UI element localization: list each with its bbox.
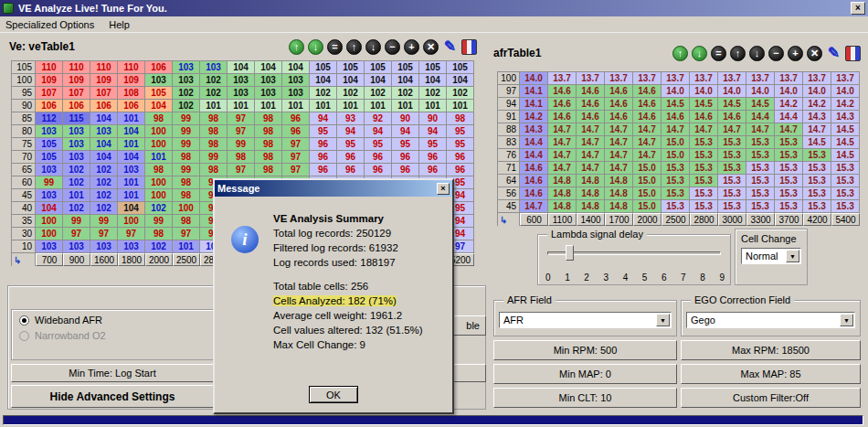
table-cell[interactable]: 101 (365, 100, 392, 112)
table-cell[interactable]: 14.3 (803, 111, 831, 123)
table-cell[interactable]: 14.1 (520, 98, 548, 111)
table-cell[interactable]: 93 (337, 112, 365, 125)
table-cell[interactable]: 97 (173, 228, 200, 240)
table-cell[interactable]: 103 (63, 240, 90, 253)
table-cell[interactable]: 95 (365, 138, 392, 151)
table-cell[interactable]: 104 (228, 61, 255, 74)
table-cell[interactable]: 95 (447, 125, 474, 138)
table-cell[interactable]: 13.7 (605, 72, 633, 85)
table-cell[interactable]: 101 (118, 112, 145, 125)
table-cell[interactable]: 105 (365, 61, 392, 74)
table-cell[interactable]: 13.7 (577, 72, 605, 85)
table-cell[interactable]: 14.6 (605, 98, 633, 111)
table-cell[interactable]: 95 (447, 138, 474, 151)
table-cell[interactable]: 96 (310, 164, 337, 176)
min-clt-button[interactable]: Min CLT: 10 (493, 388, 677, 408)
table-cell[interactable]: 104 (118, 125, 145, 138)
table-cell[interactable]: 95 (392, 138, 419, 151)
table-cell[interactable]: 15.3 (775, 175, 803, 187)
table-cell[interactable]: 102 (419, 87, 447, 100)
table-cell[interactable]: 106 (118, 100, 145, 112)
table-cell[interactable]: 15.3 (718, 187, 746, 200)
decrement-icon[interactable]: − (768, 46, 784, 61)
table-cell[interactable]: 14.6 (605, 111, 633, 123)
min-rpm-button[interactable]: Min RPM: 500 (493, 340, 677, 360)
table-cell[interactable]: 104 (365, 74, 392, 87)
color-map-icon[interactable] (845, 46, 861, 61)
scale-down-icon[interactable]: ↓ (692, 46, 707, 61)
table-cell[interactable]: 104 (118, 151, 145, 164)
set-value-icon[interactable]: = (711, 46, 726, 61)
table-cell[interactable]: 14.0 (746, 85, 775, 98)
table-cell[interactable]: 96 (392, 164, 419, 176)
table-cell[interactable]: 97 (228, 164, 255, 176)
table-cell[interactable]: 103 (36, 164, 63, 176)
table-cell[interactable]: 102 (90, 164, 118, 176)
table-cell[interactable]: 14.6 (548, 111, 577, 123)
table-cell[interactable]: 102 (90, 202, 118, 215)
table-cell[interactable]: 103 (282, 87, 310, 100)
table-cell[interactable]: 99 (228, 138, 255, 151)
table-cell[interactable]: 102 (337, 87, 365, 100)
table-cell[interactable]: 14.2 (775, 98, 803, 111)
table-cell[interactable]: 14.2 (520, 111, 548, 123)
table-cell[interactable]: 14.3 (520, 123, 548, 136)
table-cell[interactable]: 105 (36, 151, 63, 164)
table-cell[interactable]: 94 (337, 125, 365, 138)
table-cell[interactable]: 14.8 (548, 187, 577, 200)
table-cell[interactable]: 105 (447, 61, 474, 74)
edit-pencil-icon[interactable]: ✎ (442, 39, 458, 55)
table-cell[interactable]: 104 (392, 74, 419, 87)
table-cell[interactable]: 103 (228, 87, 255, 100)
table-cell[interactable]: 96 (447, 151, 474, 164)
table-cell[interactable]: 14.1 (520, 85, 548, 98)
table-cell[interactable]: 14.6 (577, 111, 605, 123)
ego-correction-select[interactable]: Gego ▼ (686, 312, 855, 328)
table-cell[interactable]: 102 (63, 202, 90, 215)
table-cell[interactable]: 98 (228, 151, 255, 164)
table-cell[interactable]: 95 (419, 138, 447, 151)
lambda-slider-thumb[interactable] (566, 245, 574, 261)
table-cell[interactable]: 94 (419, 125, 447, 138)
table-cell[interactable]: 106 (36, 100, 63, 112)
table-cell[interactable]: 101 (282, 100, 310, 112)
table-cell[interactable]: 14.5 (718, 98, 746, 111)
table-cell[interactable]: 98 (173, 151, 200, 164)
table-cell[interactable]: 102 (63, 176, 90, 189)
window-close-button[interactable]: × (851, 2, 865, 15)
decrease-cells-icon[interactable]: ↓ (749, 46, 765, 61)
table-cell[interactable]: 96 (282, 125, 310, 138)
table-cell[interactable]: 96 (310, 138, 337, 151)
min-time-button[interactable]: Min Time: Log Start (11, 364, 214, 382)
table-cell[interactable]: 96 (310, 151, 337, 164)
table-cell[interactable]: 102 (90, 176, 118, 189)
table-cell[interactable]: 99 (173, 125, 200, 138)
table-cell[interactable]: 14.4 (775, 111, 803, 123)
table-cell[interactable]: 98 (145, 112, 173, 125)
table-cell[interactable]: 104 (419, 74, 447, 87)
table-cell[interactable]: 15.3 (718, 136, 746, 149)
table-cell[interactable]: 97 (282, 151, 310, 164)
max-map-button[interactable]: Max MAP: 85 (681, 364, 861, 384)
table-cell[interactable]: 15.0 (633, 187, 662, 200)
table-cell[interactable]: 14.4 (520, 136, 548, 149)
table-cell[interactable]: 104 (118, 202, 145, 215)
wideband-radio-row[interactable]: Wideband AFR (12, 310, 213, 326)
chevron-down-icon[interactable]: ▼ (786, 250, 799, 262)
table-cell[interactable]: 15.3 (662, 175, 690, 187)
table-cell[interactable]: 107 (36, 87, 63, 100)
color-map-icon[interactable] (461, 39, 477, 55)
narrowband-radio-button[interactable] (19, 331, 29, 341)
table-cell[interactable]: 14.6 (605, 85, 633, 98)
table-cell[interactable]: 103 (228, 74, 255, 87)
max-rpm-button[interactable]: Max RPM: 18500 (681, 340, 861, 360)
table-cell[interactable]: 13.7 (548, 72, 577, 85)
table-cell[interactable]: 14.6 (577, 98, 605, 111)
table-cell[interactable]: 97 (228, 125, 255, 138)
table-cell[interactable]: 14.8 (605, 187, 633, 200)
table-cell[interactable]: 15.3 (746, 175, 775, 187)
table-cell[interactable]: 14.4 (746, 111, 775, 123)
scale-down-icon[interactable]: ↓ (308, 39, 323, 55)
table-cell[interactable]: 104 (310, 74, 337, 87)
table-cell[interactable]: 90 (392, 112, 419, 125)
